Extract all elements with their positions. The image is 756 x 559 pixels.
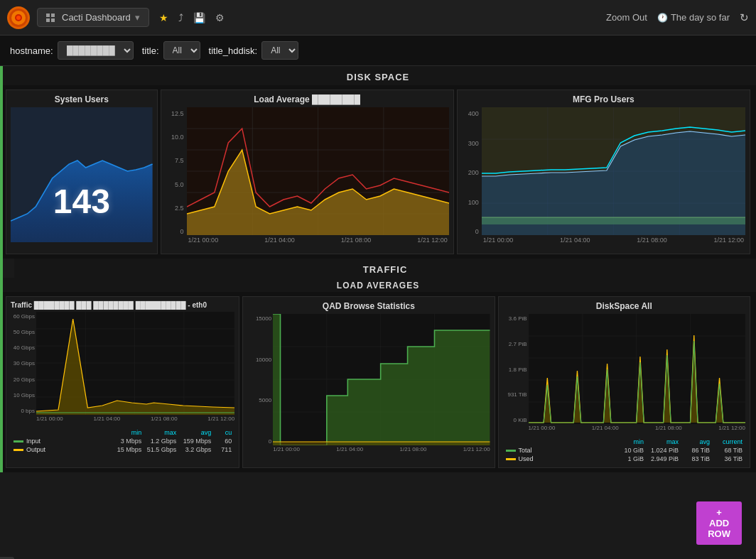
title-filter: title: All: [142, 41, 200, 60]
disk-avg-header: avg: [681, 438, 710, 445]
grid-icon: [46, 13, 55, 22]
diskspace-chart-title: DiskSpace All: [503, 301, 745, 311]
mfg-x-labels: 1/21 00:00 1/21 04:00 1/21 08:00 1/21 12…: [482, 237, 745, 244]
disk-total-max: 1.024 PiB: [647, 447, 679, 454]
clock-icon: 🕐: [657, 13, 668, 23]
title-select[interactable]: All: [163, 41, 200, 60]
disk-total-avg: 86 TiB: [681, 447, 710, 454]
load-x-labels: 1/21 00:00 1/21 04:00 1/21 08:00 1/21 12…: [187, 237, 449, 244]
disk-total-current: 68 TiB: [713, 447, 742, 454]
diskspace-chart: DiskSpace All 3.6 PiB 2.7 PiB 1.8 PiB 93…: [498, 296, 750, 468]
disk-used-min: 1 GiB: [617, 455, 644, 462]
title-hddisk-label: title_hddisk:: [209, 45, 258, 56]
qad-chart-title: QAD Browse Statistics: [247, 301, 490, 311]
bottom-charts-row: Traffic ████████ ███ ████████ ██████████…: [0, 292, 756, 472]
topbar-icons: ★ ⤴ 💾 ⚙: [159, 12, 225, 23]
disk-total-legend-color: [506, 450, 516, 452]
filterbar: hostname: ████████ title: All title_hddi…: [0, 36, 756, 66]
topbar: Cacti Dashboard ▾ ★ ⤴ 💾 ⚙ Zoom Out 🕐 The…: [0, 0, 756, 36]
output-max: 51.5 Gbps: [144, 446, 176, 453]
input-min: 3 Mbps: [117, 438, 141, 445]
disk-used-current: 36 TiB: [713, 455, 742, 462]
top-charts-row: Systen Users 143: [0, 85, 756, 259]
system-users-title: Systen Users: [11, 94, 153, 104]
output-current: 711: [214, 446, 232, 453]
traffic-svg: [36, 312, 234, 415]
load-average-svg: [187, 107, 449, 235]
mfg-pro-chart: MFG Pro Users 400 300 200 100 0 Users: [457, 89, 750, 254]
load-y-12: 12.5: [166, 110, 184, 117]
disk-total-label: Total: [519, 447, 614, 454]
traffic-cu-header: cu: [214, 429, 232, 436]
save-icon[interactable]: 💾: [193, 12, 205, 23]
output-label: Output: [26, 446, 114, 453]
traffic-chart: Traffic ████████ ███ ████████ ██████████…: [6, 296, 239, 468]
input-max: 1.2 Gbps: [144, 438, 176, 445]
title-hddisk-select[interactable]: All: [261, 41, 298, 60]
load-y-25: 2.5: [166, 205, 184, 212]
disk-used-legend-color: [506, 458, 516, 460]
title-hddisk-filter: title_hddisk: All: [209, 41, 299, 60]
svg-marker-43: [273, 442, 490, 445]
input-legend-color: [14, 440, 23, 443]
input-current: 60: [214, 438, 232, 445]
disk-used-label: Used: [519, 455, 614, 462]
zoom-out-button[interactable]: Zoom Out: [606, 12, 647, 23]
output-avg: 3.2 Gbps: [179, 446, 211, 453]
title-label: title:: [142, 45, 159, 56]
title-arrow-icon: ▾: [135, 12, 140, 23]
hostname-select[interactable]: ████████: [58, 41, 134, 60]
add-row-button[interactable]: + ADD ROW: [696, 501, 742, 545]
system-users-chart: Systen Users 143: [6, 89, 158, 254]
traffic-chart-title: Traffic ████████ ███ ████████ ██████████…: [11, 301, 234, 309]
share-icon[interactable]: ⤴: [178, 12, 183, 23]
output-min: 15 Mbps: [117, 446, 141, 453]
traffic-max-header: max: [144, 429, 176, 436]
dashboard-button[interactable]: Cacti Dashboard ▾: [37, 8, 149, 27]
hostname-label: hostname:: [10, 45, 53, 56]
load-average-chart: Load Average ████████ 12.5 10.0 7.5 5.0 …: [161, 89, 454, 254]
disk-current-header: current: [713, 438, 742, 445]
load-average-title: Load Average ████████: [166, 94, 449, 104]
load-averages-header: LOAD AVERAGES: [0, 278, 756, 292]
diskspace-svg: [529, 314, 745, 424]
load-y-75: 7.5: [166, 157, 184, 164]
disk-max-header: max: [647, 438, 679, 445]
svg-point-3: [16, 16, 21, 20]
disk-min-header: min: [617, 438, 644, 445]
day-so-far-label: The day so far: [671, 12, 730, 23]
traffic-min-header: min: [117, 429, 141, 436]
dashboard-title: Cacti Dashboard: [62, 12, 131, 23]
topbar-right: Zoom Out 🕐 The day so far ↻: [606, 11, 749, 24]
output-legend-color: [14, 449, 23, 451]
hostname-filter: hostname: ████████: [10, 41, 134, 60]
star-icon[interactable]: ★: [159, 12, 168, 23]
load-y-5: 5.0: [166, 181, 184, 188]
system-users-svg: [11, 107, 153, 242]
disk-used-avg: 83 TiB: [681, 455, 710, 462]
input-label: Input: [26, 438, 114, 445]
mfg-pro-title: MFG Pro Users: [462, 94, 745, 104]
qad-chart: QAD Browse Statistics 15000 10000 5000 0: [242, 296, 495, 468]
load-y-0: 0: [166, 228, 184, 235]
refresh-icon[interactable]: ↻: [740, 11, 749, 24]
disk-used-max: 2.949 PiB: [647, 455, 679, 462]
traffic-avg-header: avg: [179, 429, 211, 436]
load-y-10: 10.0: [166, 134, 184, 141]
disk-total-min: 10 GiB: [617, 447, 644, 454]
logo-icon: [7, 6, 30, 29]
mfg-pro-svg: [482, 107, 745, 235]
qad-svg: [273, 314, 490, 445]
input-avg: 159 Mbps: [179, 438, 211, 445]
traffic-header: TRAFFIC: [14, 259, 756, 278]
day-so-far: 🕐 The day so far: [657, 12, 730, 23]
system-users-value: 143: [53, 182, 110, 221]
settings-icon[interactable]: ⚙: [215, 12, 225, 23]
disk-space-header: DISK SPACE: [0, 66, 756, 85]
